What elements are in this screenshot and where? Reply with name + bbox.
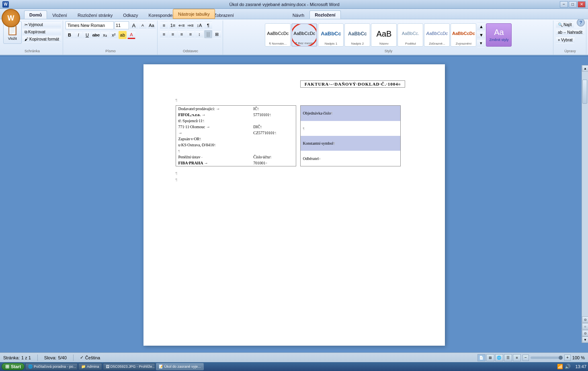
draft-view-button[interactable]: ≡ xyxy=(513,354,521,361)
tab-domu[interactable]: Domů xyxy=(24,10,47,19)
bold-button[interactable]: B xyxy=(66,31,74,39)
styles-scroll-up[interactable]: ▲ xyxy=(477,23,485,31)
decrease-font-button[interactable]: A xyxy=(139,21,147,29)
minimize-button[interactable]: − xyxy=(560,1,568,8)
font-size-selector[interactable] xyxy=(115,21,129,29)
table-row: Objednávka·číslo¶ xyxy=(300,106,400,121)
styles-scroll-down[interactable]: ▼ xyxy=(477,31,485,39)
format-copy-label: Kopírovat formát xyxy=(29,37,59,41)
cell-cislo-uctu-value: 701001¤ xyxy=(251,160,296,166)
windows-logo: ⊞ xyxy=(5,364,9,369)
sort-button[interactable]: ↕A xyxy=(195,21,203,29)
strikethrough-button[interactable]: abe xyxy=(92,31,100,39)
zoom-out-button[interactable]: − xyxy=(522,355,529,361)
align-right-button[interactable]: ≡ xyxy=(178,30,186,38)
style-bez-mezer-label: ¶ Bez mezer xyxy=(295,41,313,45)
style-bez-mezer[interactable]: AaBbCcDc ¶ Bez mezer xyxy=(291,23,317,47)
clock: 13:47 xyxy=(572,364,586,369)
scroll-track xyxy=(582,72,588,316)
increase-indent-button[interactable]: ⇒≡ xyxy=(186,21,195,29)
tab-rozlozeni[interactable]: Rozložení xyxy=(309,10,340,19)
style-nazev[interactable]: AaB Název xyxy=(371,23,397,47)
help-button[interactable]: ? xyxy=(577,18,585,27)
style-podtitul[interactable]: AaBbCc. Podtitul xyxy=(397,23,423,47)
border-button[interactable]: ⊞ xyxy=(213,30,221,38)
style-nadpis2[interactable]: AaBbCc Nadpis 2 xyxy=(344,23,370,47)
subscript-button[interactable]: x₂ xyxy=(101,31,109,39)
outline-view-button[interactable]: ☰ xyxy=(504,354,512,361)
office-button[interactable]: W xyxy=(2,9,20,27)
tab-vlozeni[interactable]: Vložení xyxy=(47,11,72,19)
tab-odkazy[interactable]: Odkazy xyxy=(118,11,143,19)
find-button[interactable]: 🔍 Najít xyxy=(556,21,574,28)
scroll-select-prev[interactable]: ⊙ xyxy=(582,316,588,323)
superscript-button[interactable]: x² xyxy=(110,31,118,39)
restore-button[interactable]: □ xyxy=(569,1,577,8)
print-view-button[interactable]: 📄 xyxy=(477,354,486,361)
cut-button[interactable]: ✂ Vyjmout xyxy=(23,21,61,28)
cell-konstantni-symbol: Konstantní·symbol¶ xyxy=(300,136,400,151)
zoom-in-button[interactable]: + xyxy=(564,355,571,361)
scroll-thumb[interactable] xyxy=(582,80,587,104)
statusbar: Stránka: 1 z 1 Slova: 5/40 ✓ Čeština 📄 ⊞… xyxy=(0,353,588,362)
decrease-indent-button[interactable]: ⇐≡ xyxy=(178,21,186,29)
styles-more[interactable]: ▾ xyxy=(477,39,485,47)
scroll-select-btn[interactable]: ○ xyxy=(582,323,588,330)
fullscreen-view-button[interactable]: ⊞ xyxy=(486,354,494,361)
table-row: 771·11·Olomouc → DIČ¶ xyxy=(176,124,296,130)
table-row: ¶ xyxy=(176,148,296,154)
align-left-button[interactable]: ≡ xyxy=(160,30,168,38)
align-center-button[interactable]: ≡ xyxy=(169,30,177,38)
style-zvyrazneni[interactable]: AaBbCcDc Zvýraznění xyxy=(451,23,476,47)
tab-navrh[interactable]: Návrh xyxy=(287,11,309,19)
start-button[interactable]: ⊞ Start xyxy=(2,363,25,370)
bullets-button[interactable]: ≡ xyxy=(160,21,168,29)
scroll-select-next[interactable]: ⊙ xyxy=(582,330,588,336)
taskbar-item-2[interactable]: 🖼 D5C05923.JPG - Prohlíže... xyxy=(103,363,155,370)
taskbar-item-3[interactable]: 📝 Úkol do zasrané vyje... xyxy=(156,363,204,370)
select-label: Vybrat xyxy=(561,38,573,42)
change-styles-button[interactable]: Aa Změnit styly xyxy=(486,23,512,47)
show-formatting-button[interactable]: ¶ xyxy=(204,21,212,29)
tab-nastroje-tabulky[interactable]: Nástroje tabulky xyxy=(173,9,215,19)
line-spacing-button[interactable]: ↕ xyxy=(195,30,203,38)
style-nazev-label: Název xyxy=(379,42,389,45)
style-zvyrazneni-label: Zvýraznění xyxy=(456,42,472,45)
clear-format-button[interactable]: Aa xyxy=(148,21,156,29)
font-content: A A Aa B I U abe x₂ x² ab A xyxy=(66,21,156,48)
highlight-button[interactable]: ab xyxy=(119,31,127,39)
style-zdurazneni[interactable]: AaBbCcDc Zdůrazně... xyxy=(424,23,450,47)
close-button[interactable]: ✕ xyxy=(578,1,586,8)
underline-button[interactable]: U xyxy=(83,31,91,39)
font-color-button[interactable]: A xyxy=(127,31,135,39)
taskbar-item-1[interactable]: 📁 Admina xyxy=(78,363,102,370)
shading-button[interactable]: ░ xyxy=(204,30,212,38)
style-normal[interactable]: AaBbCcDc ¶ Normáln... xyxy=(265,23,291,47)
numbering-button[interactable]: 1≡ xyxy=(169,21,177,29)
doc-tables: Dodavatel·prodávající: → IČ¶ FIFOL,·s.r.… xyxy=(176,105,421,166)
web-view-button[interactable]: 🌐 xyxy=(495,354,503,361)
style-zdurazneni-label: Zdůrazně... xyxy=(429,42,445,45)
words-value: 5/40 xyxy=(58,355,66,360)
font-name-selector[interactable] xyxy=(66,21,114,29)
style-normal-label: ¶ Normáln... xyxy=(269,42,287,45)
titlebar-controls: − □ ✕ xyxy=(560,1,586,8)
italic-button[interactable]: I xyxy=(74,31,82,39)
increase-font-button[interactable]: A xyxy=(130,21,138,29)
words-status: Slova: 5/40 xyxy=(44,355,67,360)
format-copy-button[interactable]: 🖌 Kopírovat formát xyxy=(23,36,61,43)
scroll-down-button[interactable]: ▼ xyxy=(582,336,588,343)
tab-rozlozeni-stranky[interactable]: Rozložení stránky xyxy=(72,11,118,19)
zoom-slider[interactable] xyxy=(531,357,563,359)
scroll-up-button[interactable]: ▲ xyxy=(582,65,588,72)
font-group: A A Aa B I U abe x₂ x² ab A Písmo xyxy=(64,20,158,55)
select-button[interactable]: ⌖ Vybrat xyxy=(556,37,575,43)
style-nadpis1[interactable]: AaBbCc Nadpis 1 xyxy=(318,23,344,47)
styles-group: AaBbCcDc ¶ Normáln... AaBbCcDc ¶ Bez mez… xyxy=(224,20,553,55)
replace-button[interactable]: ab→ Nahradit xyxy=(556,29,584,36)
taskbar-label-2: D5C05923.JPG - Prohlíže... xyxy=(111,365,155,369)
copy-button[interactable]: ⧉ Kopírovat xyxy=(23,29,61,35)
taskbar-item-0[interactable]: 🌐 Počítačová poradna - po... xyxy=(25,363,78,370)
justify-button[interactable]: ≡ xyxy=(186,30,195,38)
zoom-thumb xyxy=(559,356,563,360)
